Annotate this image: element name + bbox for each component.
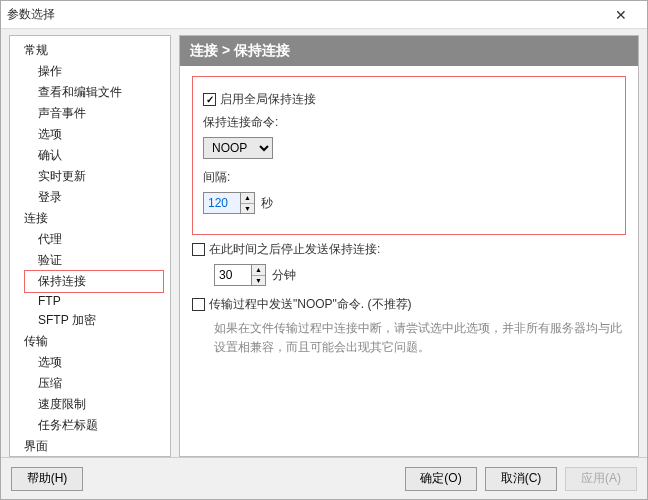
tree-item[interactable]: 声音事件: [10, 103, 170, 124]
interval-stepper[interactable]: ▲▼: [203, 192, 255, 214]
keep-alive-group: 启用全局保持连接 保持连接命令: NOOP 间隔:: [192, 76, 626, 235]
command-select-row: NOOP: [203, 137, 615, 159]
idle-stop-label: 在此时间之后停止发送保持连接:: [209, 241, 380, 258]
interval-input-row: ▲▼ 秒: [203, 192, 615, 214]
window-title: 参数选择: [7, 6, 601, 23]
tree-item[interactable]: 连接: [10, 208, 170, 229]
interval-spinner[interactable]: ▲▼: [240, 193, 254, 213]
enable-keep-alive-row[interactable]: 启用全局保持连接: [203, 91, 615, 108]
close-icon[interactable]: ✕: [601, 7, 641, 23]
tree-item[interactable]: 选项: [10, 124, 170, 145]
ok-button[interactable]: 确定(O): [405, 467, 477, 491]
tree-item[interactable]: SFTP 加密: [10, 310, 170, 331]
spin-down-icon[interactable]: ▼: [252, 276, 265, 286]
tree-item[interactable]: 查看和编辑文件: [10, 82, 170, 103]
tree-item[interactable]: 传输: [10, 331, 170, 352]
tree-item[interactable]: 任务栏标题: [10, 415, 170, 436]
category-tree[interactable]: 常规操作查看和编辑文件声音事件选项确认实时更新登录连接代理验证保持连接FTPSF…: [9, 35, 171, 457]
tree-item[interactable]: 实时更新: [10, 166, 170, 187]
tree-item[interactable]: 操作: [10, 61, 170, 82]
during-transfer-hint: 如果在文件传输过程中连接中断，请尝试选中此选项，并非所有服务器均与此设置相兼容，…: [214, 319, 626, 357]
idle-stop-stepper[interactable]: ▲▼: [214, 264, 266, 286]
interval-label-row: 间隔:: [203, 169, 615, 186]
window-body: 常规操作查看和编辑文件声音事件选项确认实时更新登录连接代理验证保持连接FTPSF…: [1, 29, 647, 457]
enable-keep-alive-checkbox[interactable]: [203, 93, 216, 106]
command-select[interactable]: NOOP: [203, 137, 273, 159]
tree-item[interactable]: 登录: [10, 187, 170, 208]
idle-stop-unit: 分钟: [272, 267, 296, 284]
tree-item[interactable]: 常规: [10, 40, 170, 61]
tree-item[interactable]: FTP: [10, 292, 170, 310]
tree-item[interactable]: 压缩: [10, 373, 170, 394]
tree-item[interactable]: 界面: [10, 436, 170, 457]
settings-panel: 连接 > 保持连接 启用全局保持连接 保持连接命令: NOOP: [179, 35, 639, 457]
command-label-row: 保持连接命令:: [203, 114, 615, 131]
panel-breadcrumb: 连接 > 保持连接: [180, 36, 638, 66]
footer: 帮助(H) 确定(O) 取消(C) 应用(A): [1, 457, 647, 499]
idle-stop-spinner[interactable]: ▲▼: [251, 265, 265, 285]
tree-item[interactable]: 验证: [10, 250, 170, 271]
help-button[interactable]: 帮助(H): [11, 467, 83, 491]
preferences-window: 参数选择 ✕ 常规操作查看和编辑文件声音事件选项确认实时更新登录连接代理验证保持…: [0, 0, 648, 500]
titlebar: 参数选择 ✕: [1, 1, 647, 29]
idle-stop-input-row: ▲▼ 分钟: [192, 264, 626, 286]
spin-down-icon[interactable]: ▼: [241, 204, 254, 214]
idle-stop-row[interactable]: 在此时间之后停止发送保持连接:: [192, 241, 626, 258]
interval-label: 间隔:: [203, 169, 230, 186]
idle-stop-checkbox[interactable]: [192, 243, 205, 256]
tree-item[interactable]: 代理: [10, 229, 170, 250]
tree-item[interactable]: 速度限制: [10, 394, 170, 415]
tree-item[interactable]: 保持连接: [24, 270, 164, 293]
during-transfer-checkbox[interactable]: [192, 298, 205, 311]
interval-unit: 秒: [261, 195, 273, 212]
apply-button: 应用(A): [565, 467, 637, 491]
during-transfer-label: 传输过程中发送"NOOP"命令. (不推荐): [209, 296, 412, 313]
command-label: 保持连接命令:: [203, 114, 278, 131]
panel-body: 启用全局保持连接 保持连接命令: NOOP 间隔:: [180, 66, 638, 456]
spin-up-icon[interactable]: ▲: [241, 193, 254, 204]
idle-stop-input[interactable]: [215, 265, 251, 285]
spin-up-icon[interactable]: ▲: [252, 265, 265, 276]
during-transfer-row[interactable]: 传输过程中发送"NOOP"命令. (不推荐): [192, 296, 626, 313]
tree-item[interactable]: 选项: [10, 352, 170, 373]
interval-input[interactable]: [204, 193, 240, 213]
cancel-button[interactable]: 取消(C): [485, 467, 557, 491]
tree-item[interactable]: 确认: [10, 145, 170, 166]
enable-keep-alive-label: 启用全局保持连接: [220, 91, 316, 108]
